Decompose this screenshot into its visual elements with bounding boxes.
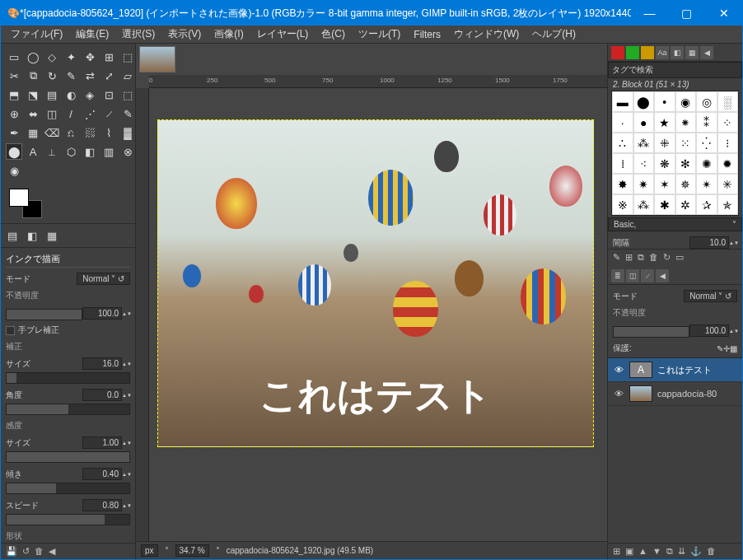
- brush-cell[interactable]: ✱: [654, 194, 675, 215]
- angle-input[interactable]: [82, 389, 122, 401]
- brush-cell[interactable]: ⁙: [675, 133, 697, 153]
- tool-button[interactable]: ⟂: [44, 143, 60, 160]
- brush-preset[interactable]: Basic,˅: [608, 217, 742, 231]
- tool-button[interactable]: ▤: [44, 86, 60, 103]
- dock-opt-icon[interactable]: ▦: [44, 227, 60, 244]
- tilt-slider[interactable]: [6, 483, 130, 494]
- tool-button[interactable]: ⊞: [100, 49, 117, 65]
- menu-file[interactable]: ファイル(F): [6, 26, 68, 43]
- dup-brush-icon[interactable]: ⧉: [638, 252, 644, 263]
- brush-cell[interactable]: ✷: [633, 174, 655, 194]
- dup-layer-icon[interactable]: ⧉: [666, 546, 673, 557]
- visibility-icon[interactable]: 👁: [613, 389, 624, 399]
- tool-button[interactable]: ◧: [82, 143, 98, 160]
- menu-filters[interactable]: Filters: [409, 27, 446, 42]
- tool-button[interactable]: ◯: [25, 49, 41, 65]
- tool-button[interactable]: ⤢: [100, 68, 117, 84]
- image-tab[interactable]: [139, 46, 175, 72]
- new-layer-icon[interactable]: ⊞: [613, 546, 620, 557]
- brush-cell[interactable]: ⬤: [633, 91, 655, 112]
- lock-pixel-icon[interactable]: ✎: [717, 344, 723, 353]
- tool-button[interactable]: ⬤: [6, 143, 22, 160]
- left-arrow-icon[interactable]: ◀: [49, 546, 55, 557]
- tool-button[interactable]: ▥: [100, 143, 117, 160]
- opacity-input[interactable]: [82, 307, 122, 320]
- tool-button[interactable]: ▦: [25, 124, 41, 141]
- reset-preset-icon[interactable]: ↺: [22, 546, 30, 557]
- save-preset-icon[interactable]: 💾: [6, 546, 17, 557]
- lock-pos-icon[interactable]: ✛: [723, 344, 730, 353]
- sens-size-input[interactable]: [82, 436, 122, 449]
- tool-button[interactable]: ⬔: [25, 86, 41, 103]
- close-button[interactable]: ✕: [705, 1, 742, 26]
- channel-g-icon[interactable]: [626, 46, 639, 59]
- open-brush-icon[interactable]: ▭: [675, 252, 684, 263]
- tool-button[interactable]: A: [25, 143, 41, 160]
- angle-slider[interactable]: [6, 404, 130, 415]
- tool-button[interactable]: ✎: [63, 68, 79, 84]
- anchor-layer-icon[interactable]: ⚓: [690, 546, 702, 557]
- brush-cell[interactable]: ⁕: [675, 112, 697, 133]
- canvas[interactable]: これはテスト: [157, 119, 594, 447]
- brush-cell[interactable]: ⁞: [612, 153, 633, 174]
- tool-button[interactable]: ⧉: [25, 68, 41, 84]
- tool-button[interactable]: ◉: [6, 162, 22, 179]
- brush-cell[interactable]: ※: [612, 194, 633, 215]
- brush-cell[interactable]: ▬: [612, 91, 633, 112]
- text-tab-icon[interactable]: Aa: [656, 46, 669, 59]
- channel-r-icon[interactable]: [611, 46, 624, 59]
- mode-select[interactable]: Normal ˅ ↺: [77, 273, 130, 285]
- tool-button[interactable]: ◫: [44, 105, 60, 122]
- lock-alpha-icon[interactable]: ▦: [730, 344, 737, 353]
- tool-button[interactable]: ◈: [82, 86, 98, 103]
- brush-cell[interactable]: ✶: [654, 174, 675, 194]
- layer-mode-select[interactable]: Normal ˅ ↺: [684, 290, 737, 302]
- dock-opt-icon[interactable]: ◧: [24, 227, 40, 244]
- brush-cell[interactable]: ✰: [696, 194, 717, 215]
- menu-help[interactable]: ヘルプ(H): [527, 26, 581, 43]
- tool-button[interactable]: ⊕: [6, 105, 22, 122]
- brush-cell[interactable]: •: [654, 91, 675, 112]
- brush-cell[interactable]: ✯: [717, 194, 739, 215]
- raise-layer-icon[interactable]: ▲: [638, 546, 647, 557]
- brush-cell[interactable]: ★: [654, 112, 675, 133]
- tool-button[interactable]: ⬌: [25, 105, 41, 122]
- brush-tab-icon[interactable]: ◧: [671, 46, 684, 59]
- paths-tab-icon[interactable]: ⟋: [641, 269, 654, 282]
- brush-cell[interactable]: ∴: [612, 133, 633, 153]
- brush-cell[interactable]: ⁘: [717, 112, 739, 133]
- brush-grid[interactable]: ▬⬤•◉◎░·●★⁕⁑⁘∴⁂⁜⁙⁛⁝⁞⁖❋✻✺✹✸✷✶✵✴✳※⁂✱✲✰✯: [611, 91, 739, 216]
- dock-opt-icon[interactable]: ▤: [4, 227, 21, 244]
- new-brush-icon[interactable]: ⊞: [625, 252, 633, 263]
- brush-cell[interactable]: ⁑: [696, 112, 717, 133]
- menu-tool[interactable]: ツール(T): [353, 26, 405, 43]
- tool-button[interactable]: ⬡: [63, 143, 79, 160]
- tool-button[interactable]: ⬚: [119, 86, 136, 103]
- menu-edit[interactable]: 編集(E): [71, 26, 114, 43]
- spacing-input[interactable]: [689, 236, 729, 249]
- menu-window[interactable]: ウィンドウ(W): [449, 26, 524, 43]
- brush-cell[interactable]: ✻: [675, 153, 697, 174]
- opacity-slider[interactable]: [6, 309, 82, 320]
- brush-cell[interactable]: ⁂: [633, 194, 655, 215]
- menu-icon[interactable]: ◀: [656, 269, 669, 282]
- size-slider[interactable]: [6, 372, 130, 384]
- unit-select[interactable]: px: [141, 544, 158, 557]
- brush-cell[interactable]: ✸: [612, 174, 633, 194]
- brush-cell[interactable]: ⁛: [696, 133, 717, 153]
- tool-button[interactable]: ◇: [44, 49, 60, 65]
- brush-cell[interactable]: ·: [612, 112, 633, 133]
- menu-icon[interactable]: ◀: [700, 46, 713, 59]
- brush-cell[interactable]: ❋: [654, 153, 675, 174]
- size-input[interactable]: [82, 357, 122, 370]
- refresh-brush-icon[interactable]: ↻: [663, 252, 671, 263]
- brush-search[interactable]: タグで検索: [608, 62, 742, 78]
- speed-slider[interactable]: [6, 514, 130, 525]
- tool-button[interactable]: /: [63, 105, 79, 122]
- brush-cell[interactable]: ◉: [675, 91, 697, 112]
- layers-tab-icon[interactable]: ≣: [611, 269, 624, 282]
- brush-cell[interactable]: ✲: [675, 194, 697, 215]
- channels-tab-icon[interactable]: ◫: [626, 269, 639, 282]
- layer-opacity-input[interactable]: [689, 324, 729, 337]
- tool-button[interactable]: ✦: [63, 49, 79, 65]
